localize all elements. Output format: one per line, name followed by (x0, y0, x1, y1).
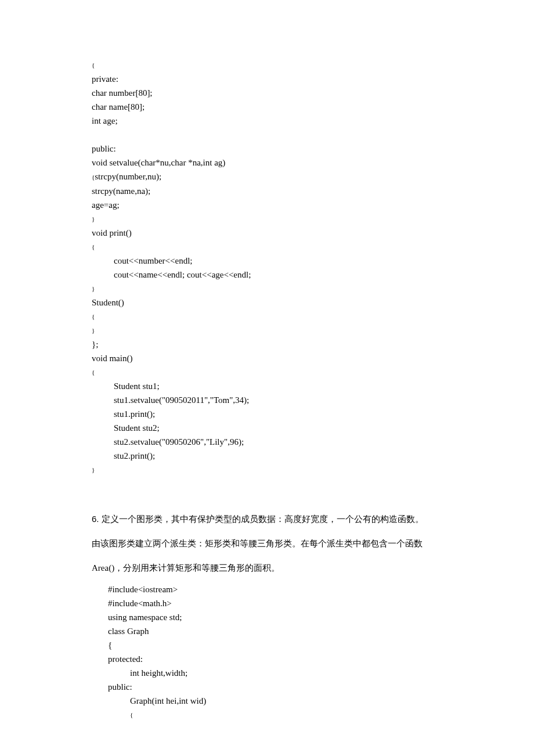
code-line: stu2.print(); (92, 449, 453, 463)
document-page: {private:char number[80];char name[80];i… (0, 0, 534, 756)
code-line: cout<<name<<endl; cout<<age<<endl; (92, 268, 453, 282)
problem-6: 6. 定义一个图形类，其中有保护类型的成员数据：高度好宽度，一个公有的构造函数。… (92, 507, 453, 580)
code-line: public: (92, 142, 453, 156)
code-block-graph: #include<iostream>#include<math.h>using … (92, 582, 453, 722)
problem-line-1: 6. 定义一个图形类，其中有保护类型的成员数据：高度好宽度，一个公有的构造函数。 (92, 507, 453, 531)
code-line: class Graph (108, 624, 453, 638)
problem-text-2: 由该图形类建立两个派生类：矩形类和等腰三角形类。在每个派生类中都包含一个函数 (92, 531, 453, 556)
code-line: Student stu2; (92, 421, 453, 435)
code-line: age=ag; (92, 198, 453, 212)
code-line: #include<math.h> (108, 596, 453, 610)
code-line: Student() (92, 296, 453, 309)
code-line: stu2.setvalue("09050206","Lily",96); (92, 435, 453, 449)
code-line: } (92, 282, 453, 296)
code-line: int height,width; (108, 666, 453, 680)
code-line: protected: (108, 652, 453, 666)
code-line: {strcpy(number,nu); (92, 170, 453, 184)
code-line: int age; (92, 114, 453, 128)
code-line: { (92, 58, 453, 72)
code-line: { (92, 365, 453, 379)
code-line: void main() (92, 351, 453, 365)
code-line: }; (92, 337, 453, 351)
code-line: stu1.print(); (92, 407, 453, 421)
code-line: cout<<number<<endl; (92, 254, 453, 268)
code-line: Student stu1; (92, 379, 453, 393)
code-line: char number[80]; (92, 86, 453, 100)
code-line: private: (92, 72, 453, 86)
code-line: using namespace std; (108, 610, 453, 624)
code-block-student: {private:char number[80];char name[80];i… (92, 58, 453, 477)
code-line (92, 128, 453, 142)
problem-text-1: 定义一个图形类，其中有保护类型的成员数据：高度好宽度，一个公有的构造函数。 (102, 514, 424, 524)
code-line: } (92, 463, 453, 477)
code-line: void print() (92, 226, 453, 240)
code-line: stu1.setvalue("090502011","Tom",34); (92, 393, 453, 407)
code-line: { (92, 309, 453, 323)
problem-text-3: Area()，分别用来计算矩形和等腰三角形的面积。 (92, 556, 453, 580)
code-line: } (92, 212, 453, 226)
code-line: { (108, 708, 453, 722)
problem-number: 6. (92, 514, 99, 524)
code-line: } (92, 323, 453, 337)
code-line: { (92, 240, 453, 254)
code-line: Graph(int hei,int wid) (108, 694, 453, 708)
code-line: void setvalue(char*nu,char *na,int ag) (92, 156, 453, 170)
code-line: strcpy(name,na); (92, 184, 453, 198)
code-line: #include<iostream> (108, 582, 453, 596)
code-line: char name[80]; (92, 100, 453, 114)
code-line: public: (108, 680, 453, 694)
code-line: { (108, 638, 453, 652)
